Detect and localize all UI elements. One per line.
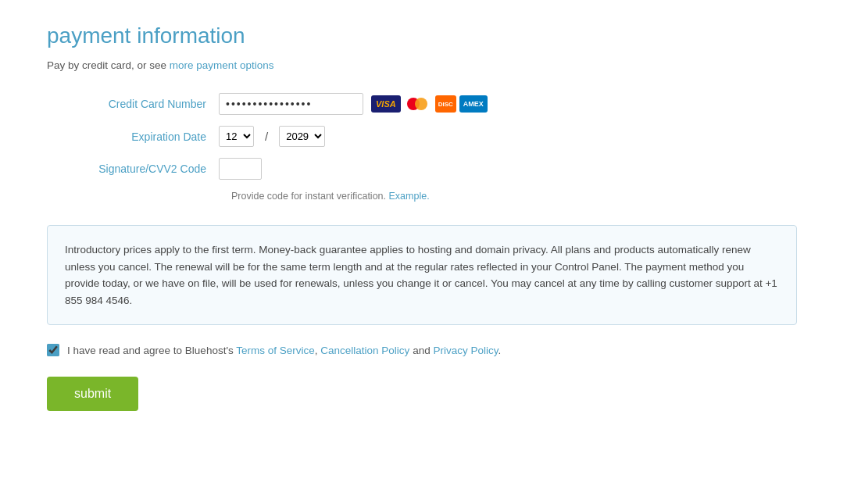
expiry-separator: / xyxy=(265,130,268,143)
credit-card-row: Credit Card Number VISA DISC AMEX xyxy=(47,93,807,115)
amex-icon: AMEX xyxy=(459,95,488,113)
credit-card-input[interactable] xyxy=(219,93,363,115)
cvv-example-link[interactable]: Example. xyxy=(389,191,430,202)
agree-checkbox[interactable] xyxy=(47,344,59,356)
credit-card-controls: VISA DISC AMEX xyxy=(219,93,488,115)
agree-prefix: I have read and agree to Bluehost's xyxy=(67,345,234,356)
expiration-row: Expiration Date 01 02 03 04 05 06 07 08 … xyxy=(47,126,807,147)
privacy-link[interactable]: Privacy Policy xyxy=(433,345,498,356)
cvv-hint-text: Provide code for instant verification. E… xyxy=(231,191,807,202)
visa-icon: VISA xyxy=(371,95,401,113)
month-select[interactable]: 01 02 03 04 05 06 07 08 09 10 11 12 xyxy=(219,126,254,147)
agree-text: I have read and agree to Bluehost's Term… xyxy=(67,345,501,356)
submit-button[interactable]: submit xyxy=(47,377,138,411)
tos-link[interactable]: Terms of Service xyxy=(236,345,315,356)
year-select[interactable]: 2024 2025 2026 2027 2028 2029 2030 2031 … xyxy=(279,126,325,147)
agree-row: I have read and agree to Bluehost's Term… xyxy=(47,344,807,356)
cvv-input[interactable] xyxy=(219,158,262,180)
subtitle-text: Pay by credit card, or see xyxy=(47,59,166,71)
cancellation-link[interactable]: Cancellation Policy xyxy=(320,345,409,356)
agree-comma: , xyxy=(315,345,318,356)
expiration-label: Expiration Date xyxy=(47,130,219,143)
agree-period: . xyxy=(498,345,501,356)
cvv-hint-static: Provide code for instant verification. xyxy=(231,191,386,202)
page-title: payment information xyxy=(47,23,807,48)
cvv-label: Signature/CVV2 Code xyxy=(47,163,219,175)
agree-and: and xyxy=(413,345,431,356)
info-box-text: Introductory prices apply to the first t… xyxy=(65,241,779,309)
info-box: Introductory prices apply to the first t… xyxy=(47,225,797,325)
expiration-controls: 01 02 03 04 05 06 07 08 09 10 11 12 / 20… xyxy=(219,126,325,147)
cvv-row: Signature/CVV2 Code xyxy=(47,158,807,180)
card-icons: VISA DISC AMEX xyxy=(371,95,488,113)
cvv-controls xyxy=(219,158,262,180)
mastercard-icon xyxy=(404,95,432,113)
credit-card-label: Credit Card Number xyxy=(47,98,219,110)
discover-icon: DISC xyxy=(435,95,456,113)
payment-form: Credit Card Number VISA DISC AMEX Expira… xyxy=(47,93,807,202)
subtitle: Pay by credit card, or see more payment … xyxy=(47,59,807,71)
more-payment-options-link[interactable]: more payment options xyxy=(170,59,274,71)
